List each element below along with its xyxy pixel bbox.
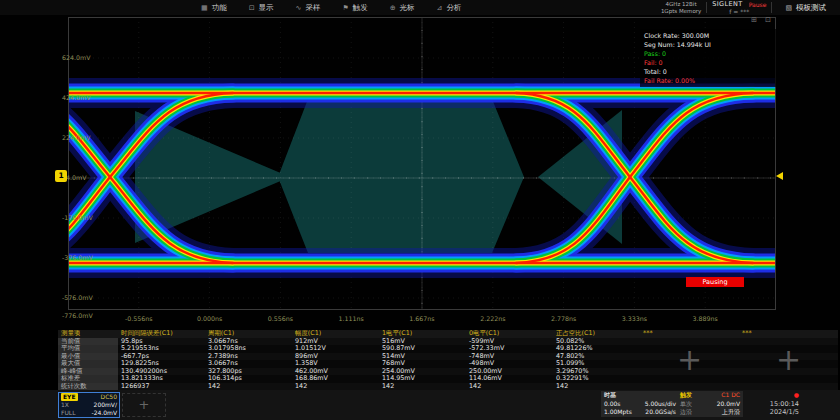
measurement-value: 129.8225ns	[118, 360, 205, 368]
table-row-labels: 测量项当前值平均值最小值最大值峰-峰值标准差统计次数	[58, 330, 118, 390]
menu-icon: ⊕	[390, 4, 396, 12]
mask-center-hexagon	[278, 99, 524, 253]
measurement-header[interactable]: 周期(C1)	[205, 330, 292, 338]
status-bar: EYE DC50 1X 200mV/ FULL -24.0mV + 时基 0.0…	[0, 390, 840, 420]
measurement-value: 114.06mV	[466, 375, 553, 383]
menu-items: ▦功能⊡显示∿采样⚑触发⊕光标⊿分析	[190, 0, 472, 15]
menu-icon: ▦	[201, 4, 208, 12]
mask-info-line: Fail Rate: 0.00%	[644, 76, 772, 85]
row-label: 统计次数	[58, 383, 118, 391]
timebase-descriptor[interactable]: 时基 0.00s 5.00us/div 1.00Mpts 20.0GSa/s	[601, 391, 679, 417]
display-corner-icons[interactable]: ⊞ ⊡	[751, 16, 774, 24]
timebase-title: 时基	[604, 391, 616, 400]
measurement-value: 250.00mV	[466, 368, 553, 376]
measurement-header[interactable]: ***	[739, 330, 838, 338]
measurement-column: 1电平(C1)516mV590.87mV514mV768mV254.00mV11…	[379, 330, 466, 390]
mask-info-line: Clock Rate: 300.00M	[644, 31, 772, 40]
measurement-value: 142	[466, 383, 553, 391]
measurement-value: -599mV	[466, 338, 553, 346]
measurement-value: 0.32291%	[553, 375, 640, 383]
specs-line2: 1Gpts Memory	[661, 8, 701, 15]
measurement-header[interactable]: ***	[640, 330, 739, 338]
oscilloscope-screen: { "menu": { "items": [ {"icon": "▦", "la…	[0, 0, 840, 420]
channel1-level-marker[interactable]: 1	[55, 170, 67, 182]
measurement-table: 测量项当前值平均值最小值最大值峰-峰值标准差统计次数时间间隔误差(C1)95.8…	[58, 330, 838, 390]
mask-info-line: Seg Num: 14.994k UI	[644, 40, 772, 49]
menu-icon: ⚑	[342, 4, 348, 12]
row-label: 测量项	[58, 330, 118, 338]
measurement-value: 1266937	[118, 383, 205, 391]
menu-item-功能[interactable]: ▦功能	[190, 0, 238, 15]
measurement-value: 50.082%	[553, 338, 640, 346]
clock-time: 15:00:14	[741, 400, 799, 409]
add-channel-button[interactable]: +	[122, 393, 166, 417]
measurement-value: 5.219553ns	[118, 345, 205, 353]
measurement-column: 周期(C1)3.0667ns3.017958ns2.7389ns3.0667ns…	[205, 330, 292, 390]
measurement-value: 3.0667ns	[205, 360, 292, 368]
measurement-value: 142	[379, 383, 466, 391]
mask-test-button[interactable]: ▧ 模板测试	[777, 3, 840, 13]
row-label: 最小值	[58, 353, 118, 361]
measurement-value: 590.87mV	[379, 345, 466, 353]
acquisition-status: Pause	[749, 1, 767, 8]
measurement-header[interactable]: 0电平(C1)	[466, 330, 553, 338]
measurement-value: -572.33mV	[466, 345, 553, 353]
mask-info-line: Total: 0	[644, 67, 772, 76]
measurement-value: 106.314ps	[205, 375, 292, 383]
measurement-value: 51.099%	[553, 360, 640, 368]
trigger-level-arrow[interactable]	[776, 172, 783, 180]
measurement-value	[739, 383, 838, 391]
menu-item-采样[interactable]: ∿采样	[285, 0, 332, 15]
system-clock[interactable]: ● 15:00:14 2024/1/5	[741, 391, 799, 417]
waveform-display[interactable]: 624.0mV424.0mV224.0mV24.0mV-176.0mV-376.…	[68, 17, 776, 310]
trigger-level: 20.0mV	[717, 400, 740, 409]
menu-icon: ⊡	[249, 4, 255, 12]
menu-item-显示[interactable]: ⊡显示	[238, 0, 285, 15]
trigger-descriptor[interactable]: 触发 C1 DC 单次 20.0mV 边沿 上升沿	[677, 391, 743, 417]
mask-info-line: Fail: 0	[644, 58, 772, 67]
measurement-column: ***+	[739, 330, 838, 390]
measurement-value: 462.00mV	[292, 368, 379, 376]
time-label: 3.333ns	[622, 315, 647, 322]
mask-info-line: Pass: 0	[644, 49, 772, 58]
measurement-header[interactable]: 幅度(C1)	[292, 330, 379, 338]
menu-item-光标[interactable]: ⊕光标	[379, 0, 426, 15]
measurement-value: 13.821333ns	[118, 375, 205, 383]
measurement-value: -667.7ps	[118, 353, 205, 361]
channel-eye-descriptor[interactable]: EYE DC50 1X 200mV/ FULL -24.0mV	[58, 392, 120, 418]
trigger-type: 边沿	[680, 408, 692, 417]
trigger-title: 触发	[680, 391, 692, 400]
timebase-samplerate: 20.0GSa/s	[645, 408, 676, 417]
measurement-header[interactable]: 1电平(C1)	[379, 330, 466, 338]
menu-icon: ⊿	[437, 4, 443, 12]
measurement-column: 正占空比(C1)50.082%49.81226%47.802%51.099%3.…	[553, 330, 640, 390]
measurement-header[interactable]: 时间间隔误差(C1)	[118, 330, 205, 338]
mask-regions	[135, 99, 622, 253]
menu-item-分析[interactable]: ⊿分析	[426, 0, 473, 15]
pausing-badge: Pausing	[686, 277, 744, 287]
menu-icon: ∿	[296, 4, 302, 12]
separator	[706, 2, 707, 13]
row-label: 当前值	[58, 338, 118, 346]
measurement-value: 912mV	[292, 338, 379, 346]
time-label: 0.000ns	[197, 315, 222, 322]
voltage-label: -376.0mV	[62, 254, 93, 261]
menu-item-触发[interactable]: ⚑触发	[331, 0, 378, 15]
record-dot-icon: ●	[794, 391, 799, 398]
measurement-value: 49.81226%	[553, 345, 640, 353]
time-label: 3.889ns	[693, 315, 718, 322]
measurement-value: 3.29670%	[553, 368, 640, 376]
row-label: 峰-峰值	[58, 368, 118, 376]
time-label: 1.667ns	[409, 315, 434, 322]
measurement-header[interactable]: 正占空比(C1)	[553, 330, 640, 338]
row-label: 标准差	[58, 375, 118, 383]
measurement-column: 时间间隔误差(C1)95.8ps5.219553ns-667.7ps129.82…	[118, 330, 205, 390]
measurement-value: 114.95mV	[379, 375, 466, 383]
menu-bar: ▦功能⊡显示∿采样⚑触发⊕光标⊿分析 4GHz 12Bit 1Gpts Memo…	[0, 0, 840, 16]
trigger-source: C1 DC	[721, 391, 740, 400]
measurement-value: -748mV	[466, 353, 553, 361]
voltage-label: -776.0mV	[62, 312, 93, 319]
measurement-value: -498mV	[466, 360, 553, 368]
measurement-value: 168.86mV	[292, 375, 379, 383]
mask-test-label: 模板测试	[796, 3, 826, 13]
